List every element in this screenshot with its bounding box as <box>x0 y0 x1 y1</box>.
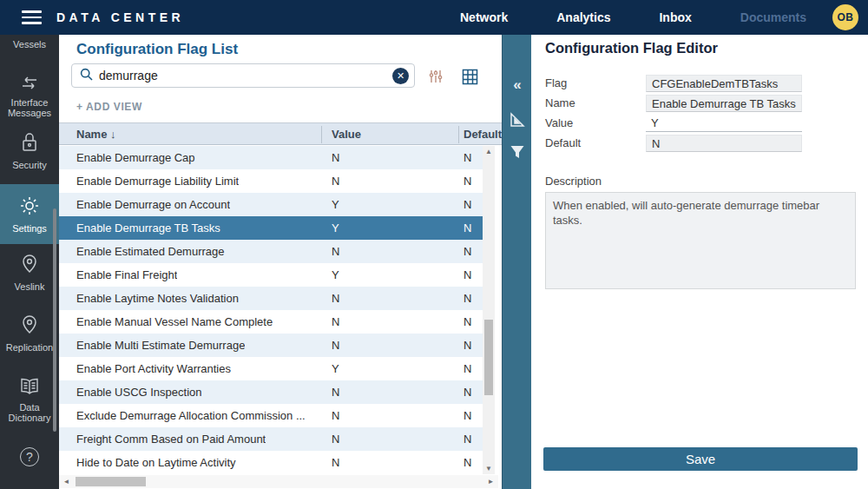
vertical-scrollbar-thumb[interactable] <box>484 320 493 395</box>
table-row[interactable]: Enable Multi Estimate Demurrage N N <box>59 334 483 357</box>
flag-default-cell: N <box>464 315 471 328</box>
table-row[interactable]: Enable Laytime Notes Validation N N <box>59 287 483 310</box>
flag-default-cell: N <box>464 292 471 305</box>
flag-value-cell: N <box>332 456 339 469</box>
table-row[interactable]: Enable Demurrage Cap N N <box>59 146 483 169</box>
table-row[interactable]: Freight Comm Based on Paid Amount N N <box>59 427 483 451</box>
horizontal-scrollbar-thumb[interactable] <box>76 477 146 486</box>
sort-descending-icon: ↓ <box>110 128 116 141</box>
user-avatar[interactable]: OB <box>832 4 858 30</box>
field-label: Name <box>545 96 646 109</box>
description-field[interactable]: When enabled, will auto-generate demurra… <box>545 192 856 289</box>
table-row[interactable]: Enable Demurrage TB Tasks Y N <box>59 216 483 240</box>
flag-name-cell: Enable Demurrage on Account <box>76 198 230 211</box>
flag-default-cell: N <box>464 409 471 422</box>
flag-value-cell: Y <box>332 268 339 281</box>
flag-default-cell: N <box>464 198 471 211</box>
flag-default-cell: N <box>464 268 471 281</box>
nav-network[interactable]: Network <box>460 10 508 24</box>
table-body: Enable Demurrage Cap N N Enable Demurrag… <box>59 146 483 474</box>
column-separator <box>321 126 322 143</box>
lock-icon <box>0 132 59 155</box>
table-row[interactable]: Enable Demurrage Liability Limit N N <box>59 169 483 193</box>
app-title: DATA CENTER <box>56 10 184 24</box>
table-row[interactable]: Enable Manual Vessel Name Complete N N <box>59 310 483 334</box>
search-input[interactable] <box>99 69 392 83</box>
sidebar-item-veslink[interactable]: Veslink <box>0 254 59 292</box>
sidebar-item-interface-messages[interactable]: Interface Messages <box>0 76 59 119</box>
clear-search-icon[interactable]: ✕ <box>392 68 409 84</box>
field-label: Flag <box>545 76 646 89</box>
search-box: ✕ <box>71 63 415 88</box>
field-row-flag: Flag CFGEnableDemTBTasks <box>545 73 854 93</box>
flag-name-cell: Hide to Date on Laytime Activity <box>76 456 236 469</box>
nav-inbox[interactable]: Inbox <box>659 10 691 24</box>
column-header-default[interactable]: Default <box>464 128 502 141</box>
hamburger-menu-icon[interactable] <box>22 10 42 24</box>
sidebar-item-replication[interactable]: Replication <box>0 314 59 353</box>
add-view-button[interactable]: + ADD VIEW <box>76 101 142 113</box>
help-icon: ? <box>20 447 39 466</box>
default-field[interactable]: N <box>646 135 802 152</box>
name-field[interactable]: Enable Demurrage TB Tasks <box>646 95 802 112</box>
field-row-default: Default N <box>545 133 854 153</box>
flag-value-cell: N <box>332 151 339 164</box>
flag-value-cell: N <box>332 386 339 399</box>
sidebar-item-settings[interactable]: Settings <box>0 184 59 244</box>
flag-value-cell: Y <box>332 198 339 211</box>
flag-field[interactable]: CFGEnableDemTBTasks <box>646 75 802 92</box>
flag-value-cell: N <box>332 339 339 352</box>
flag-default-cell: N <box>464 362 471 375</box>
sidebar-item-label: Security <box>12 160 47 170</box>
column-header-name[interactable]: Name ↓ <box>76 128 116 141</box>
table-header: Name ↓ Value Default <box>59 122 502 145</box>
filter-settings-icon[interactable] <box>428 69 444 88</box>
nav-analytics[interactable]: Analytics <box>556 10 610 24</box>
sidebar-item-vessels[interactable]: Vessels <box>0 39 59 50</box>
scroll-up-icon[interactable]: ▲ <box>483 146 495 157</box>
flag-name-cell: Enable USCG Inspection <box>76 386 202 399</box>
save-button[interactable]: Save <box>543 447 858 471</box>
scroll-right-icon[interactable]: ► <box>485 475 496 488</box>
flag-name-cell: Enable Demurrage TB Tasks <box>76 221 220 235</box>
sidebar: Vessels Interface Messages Security Sett… <box>0 35 59 489</box>
editor-fields: Flag CFGEnableDemTBTasks Name Enable Dem… <box>545 73 854 153</box>
field-row-value: Value Y <box>545 113 854 133</box>
sidebar-item-security[interactable]: Security <box>0 132 59 170</box>
select-tool-icon[interactable] <box>503 111 532 132</box>
scroll-down-icon[interactable]: ▼ <box>483 463 495 474</box>
column-separator <box>458 126 459 143</box>
collapse-panel-icon[interactable]: « <box>503 76 532 94</box>
nav-documents[interactable]: Documents <box>740 10 806 24</box>
grid-view-icon[interactable] <box>462 69 478 89</box>
flag-default-cell: N <box>464 245 471 258</box>
value-field[interactable]: Y <box>646 115 802 132</box>
flag-value-cell: Y <box>332 221 339 235</box>
flag-value-cell: N <box>332 175 339 188</box>
flag-name-cell: Enable Manual Vessel Name Complete <box>76 315 273 328</box>
flag-name-cell: Enable Laytime Notes Validation <box>76 292 239 305</box>
sidebar-item-label: Replication <box>6 342 53 353</box>
flag-default-cell: N <box>464 221 471 235</box>
table-row[interactable]: Enable Demurrage on Account Y N <box>59 193 483 216</box>
horizontal-scrollbar[interactable]: ◄ ► <box>59 475 498 488</box>
table-row[interactable]: Hide to Date on Laytime Activity N N <box>59 451 483 474</box>
table-row[interactable]: Enable Final Freight Y N <box>59 263 483 287</box>
filter-funnel-icon[interactable] <box>503 144 532 163</box>
sidebar-scrollbar[interactable] <box>53 208 56 432</box>
search-icon <box>80 68 93 84</box>
flag-name-cell: Freight Comm Based on Paid Amount <box>76 433 266 446</box>
flag-default-cell: N <box>464 339 471 352</box>
sidebar-item-data-dictionary[interactable]: Data Dictionary <box>0 378 59 424</box>
field-label: Default <box>545 136 646 149</box>
sidebar-help-button[interactable]: ? <box>0 447 59 466</box>
table-row[interactable]: Enable Port Activity Warranties Y N <box>59 357 483 380</box>
vertical-scrollbar[interactable]: ▲ ▼ <box>483 146 495 474</box>
scroll-left-icon[interactable]: ◄ <box>61 475 72 488</box>
column-header-value[interactable]: Value <box>332 128 361 141</box>
table-row[interactable]: Enable USCG Inspection N N <box>59 380 483 404</box>
flag-value-cell: N <box>332 245 339 258</box>
table-row[interactable]: Enable Estimated Demurrage N N <box>59 240 483 263</box>
map-pin-icon <box>0 254 59 277</box>
table-row[interactable]: Exclude Demurrage Allocation Commission … <box>59 404 483 427</box>
